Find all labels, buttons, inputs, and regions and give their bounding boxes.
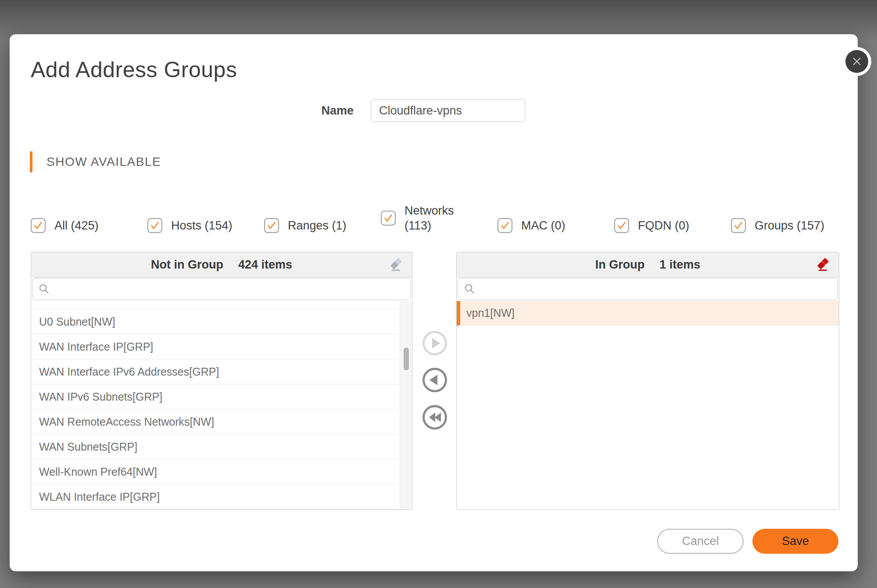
not-in-group-search-row xyxy=(31,277,412,301)
type-filter-row: All (425) Hosts (154) Ranges (1) Network… xyxy=(31,193,840,233)
type-filter[interactable]: FQDN (0) xyxy=(614,218,731,233)
list-item[interactable]: WAN IPv6 Subnets[GRP] xyxy=(31,384,400,409)
arrow-left-icon xyxy=(422,367,447,393)
dialog-title: Add Address Groups xyxy=(31,57,237,82)
in-group-list: vpn1[NW] xyxy=(457,301,839,509)
scrollbar-track[interactable] xyxy=(400,301,412,509)
type-filter[interactable]: Groups (157) xyxy=(731,218,824,233)
type-filter[interactable]: MAC (0) xyxy=(498,218,614,233)
filter-label: FQDN (0) xyxy=(638,218,689,233)
in-group-panel: In Group 1 items vpn1[NW] xyxy=(456,252,839,510)
checkbox-checked-icon[interactable] xyxy=(498,218,512,233)
filter-label: MAC (0) xyxy=(521,218,566,233)
not-in-group-list: U0 Subnet[NW] WAN Interface IP[GRP] WAN … xyxy=(31,301,400,509)
filter-label: Hosts (154) xyxy=(171,218,233,233)
close-icon xyxy=(850,55,863,68)
checkbox-checked-icon[interactable] xyxy=(31,218,46,233)
in-group-search-row xyxy=(457,277,839,301)
clear-group-icon[interactable] xyxy=(815,257,831,272)
scrollbar-thumb[interactable] xyxy=(404,348,409,370)
filter-label: All (425) xyxy=(54,218,99,233)
list-item[interactable]: WAN Interface IP[GRP] xyxy=(31,334,400,359)
in-group-search-input[interactable] xyxy=(458,278,838,300)
double-arrow-left-icon xyxy=(422,405,447,430)
list-item[interactable]: U0 Subnet[NW] xyxy=(31,309,400,334)
section-accent-bar xyxy=(30,151,32,172)
move-right-button[interactable] xyxy=(422,330,447,356)
not-in-group-search-input[interactable] xyxy=(32,278,411,300)
checkbox-checked-icon[interactable] xyxy=(264,218,279,233)
close-button[interactable] xyxy=(845,50,868,73)
not-in-group-count: 424 items xyxy=(238,258,292,272)
section-title: SHOW AVAILABLE xyxy=(47,155,161,169)
clear-selection-icon[interactable] xyxy=(388,257,404,272)
not-in-group-title: Not in Group xyxy=(151,258,223,272)
in-group-header: In Group 1 items xyxy=(457,252,839,277)
name-input[interactable] xyxy=(371,99,525,122)
not-in-group-panel: Not in Group 424 items U0 Subnet[NW] WAN… xyxy=(31,252,412,510)
type-filter[interactable]: Ranges (1) xyxy=(264,218,381,233)
filter-label: Networks (113) xyxy=(404,203,453,233)
list-item[interactable]: vpn1[NW] xyxy=(457,301,839,326)
filter-label: Ranges (1) xyxy=(288,218,347,233)
add-address-groups-dialog: Add Address Groups Name SHOW AVAILABLE A… xyxy=(10,34,858,571)
arrow-right-icon xyxy=(422,330,447,356)
move-all-left-button[interactable] xyxy=(422,405,447,430)
show-available-section: SHOW AVAILABLE xyxy=(30,151,161,173)
type-filter[interactable]: Hosts (154) xyxy=(147,218,264,233)
filter-label: Groups (157) xyxy=(755,218,824,233)
not-in-group-header: Not in Group 424 items xyxy=(31,252,412,277)
checkbox-checked-icon[interactable] xyxy=(147,218,162,233)
type-filter[interactable]: All (425) xyxy=(31,218,147,233)
name-field-row: Name xyxy=(10,99,858,122)
move-left-button[interactable] xyxy=(422,367,447,393)
save-button[interactable]: Save xyxy=(752,529,838,554)
list-item[interactable]: WAN Interface IPv6 Addresses[GRP] xyxy=(31,359,400,384)
list-item[interactable]: WLAN Interface IP[GRP] xyxy=(31,484,400,509)
list-item[interactable]: WAN Subnets[GRP] xyxy=(31,434,400,459)
list-item[interactable]: WAN RemoteAccess Networks[NW] xyxy=(31,409,400,434)
checkbox-checked-icon[interactable] xyxy=(381,211,396,226)
cancel-button[interactable]: Cancel xyxy=(657,529,744,554)
list-item[interactable]: Well-Known Pref64[NW] xyxy=(31,459,400,484)
checkbox-checked-icon[interactable] xyxy=(614,218,629,233)
checkbox-checked-icon[interactable] xyxy=(731,218,746,233)
in-group-title: In Group xyxy=(595,258,644,272)
in-group-count: 1 items xyxy=(659,258,700,272)
type-filter[interactable]: Networks (113) xyxy=(381,203,498,233)
name-label: Name xyxy=(10,104,354,118)
